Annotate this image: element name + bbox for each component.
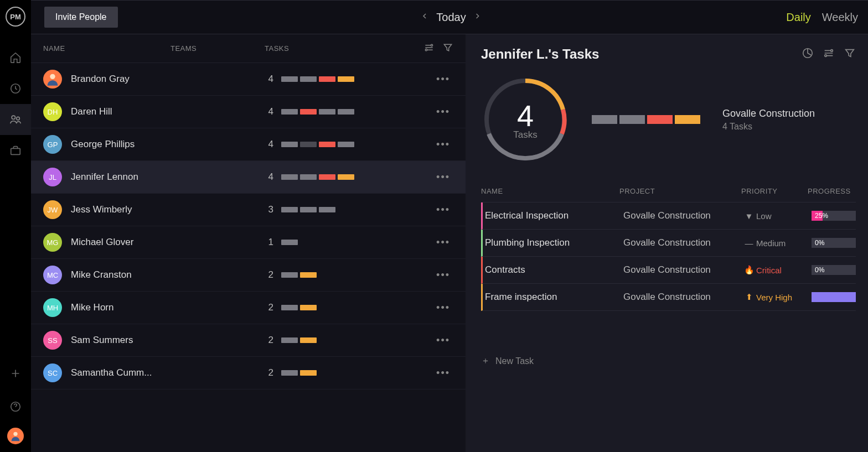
svg-point-7	[425, 49, 427, 51]
invite-people-button[interactable]: Invite People	[44, 7, 118, 28]
person-name: Sam Summers	[71, 335, 133, 346]
svg-rect-3	[11, 148, 20, 154]
task-row[interactable]: ContractsGovalle Construction🔥Critical0%	[481, 257, 856, 284]
task-count: 1	[265, 237, 273, 248]
task-project: Govalle Construction	[623, 237, 745, 248]
progress-bar: 0%	[812, 265, 856, 275]
summary-project-name: Govalle Construction	[722, 108, 815, 120]
progress-value: 0%	[815, 239, 824, 247]
avatar: JW	[43, 200, 62, 219]
person-name: Jess Wimberly	[71, 204, 132, 215]
date-next-chevron[interactable]	[474, 11, 482, 24]
task-count: 2	[265, 269, 273, 280]
task-project: Govalle Construction	[623, 264, 745, 276]
new-task-button[interactable]: ＋ New Task	[481, 355, 856, 367]
person-name: George Phillips	[71, 139, 135, 150]
settings-icon[interactable]	[423, 42, 435, 55]
nav-briefcase[interactable]	[0, 135, 31, 166]
task-project: Govalle Construction	[623, 210, 745, 221]
priority-icon: 🔥	[745, 265, 753, 275]
svg-point-11	[825, 55, 827, 57]
tcol-priority: PRIORITY	[741, 187, 808, 195]
person-row[interactable]: MCMike Cranston2•••	[31, 259, 466, 292]
task-priority: ▼Low	[745, 211, 812, 221]
task-bars	[281, 240, 298, 245]
current-user-avatar[interactable]	[7, 428, 24, 444]
avatar: JL	[43, 168, 62, 186]
task-row[interactable]: Plumbing InspectionGovalle Construction—…	[481, 230, 856, 257]
view-daily-tab[interactable]: Daily	[786, 11, 810, 24]
view-weekly-tab[interactable]: Weekly	[822, 11, 858, 24]
gauge-count: 4	[517, 98, 534, 133]
progress-bar: 0%	[812, 238, 856, 248]
settings-icon[interactable]	[823, 47, 835, 61]
col-header-name: NAME	[43, 44, 170, 53]
nav-add[interactable]	[0, 358, 31, 389]
task-bars	[281, 207, 335, 212]
row-menu-icon[interactable]: •••	[433, 302, 453, 314]
task-count: 2	[265, 302, 273, 313]
person-name: Brandon Gray	[71, 74, 130, 85]
col-header-teams: TEAMS	[170, 44, 265, 53]
avatar	[43, 70, 62, 89]
row-menu-icon[interactable]: •••	[433, 237, 453, 248]
avatar: SS	[43, 331, 62, 350]
tcol-progress: PROGRESS	[808, 187, 856, 195]
person-name: Mike Horn	[71, 302, 113, 313]
row-menu-icon[interactable]: •••	[433, 335, 453, 346]
task-project: Govalle Construction	[623, 292, 745, 303]
person-row[interactable]: Brandon Gray4•••	[31, 63, 466, 96]
svg-point-5	[13, 432, 17, 436]
row-menu-icon[interactable]: •••	[433, 172, 453, 183]
task-priority: ⬆Very High	[745, 292, 812, 302]
app-logo: PM	[6, 7, 25, 27]
filter-icon[interactable]	[844, 47, 856, 61]
filter-icon[interactable]	[442, 42, 453, 55]
date-navigator: Today	[421, 11, 481, 24]
row-menu-icon[interactable]: •••	[433, 367, 453, 379]
svg-point-1	[12, 116, 15, 119]
task-count: 4	[265, 74, 273, 85]
row-menu-icon[interactable]: •••	[433, 139, 453, 150]
task-bars	[281, 272, 317, 278]
tcol-project: PROJECT	[619, 187, 741, 195]
row-menu-icon[interactable]: •••	[433, 74, 453, 85]
people-panel: NAME TEAMS TASKS Brandon Gray4•••DHDaren…	[31, 34, 466, 452]
row-menu-icon[interactable]: •••	[433, 106, 453, 118]
person-row[interactable]: MHMike Horn2•••	[31, 292, 466, 324]
date-prev-chevron[interactable]	[421, 11, 428, 24]
person-row[interactable]: GPGeorge Phillips4•••	[31, 128, 466, 161]
row-menu-icon[interactable]: •••	[433, 269, 453, 281]
priority-icon: ▼	[745, 211, 753, 221]
person-name: Samantha Cumm...	[71, 367, 152, 378]
app-sidebar: PM	[0, 0, 31, 452]
person-row[interactable]: SSSam Summers2•••	[31, 324, 466, 357]
person-name: Daren Hill	[71, 106, 112, 117]
chart-icon[interactable]	[802, 47, 814, 61]
priority-icon: ⬆	[745, 292, 753, 302]
task-count: 4	[265, 172, 273, 183]
detail-title: Jennifer L.'s Tasks	[481, 46, 599, 62]
task-bars	[281, 337, 317, 343]
person-row[interactable]: SCSamantha Cumm...2•••	[31, 357, 466, 389]
task-bars	[281, 370, 317, 376]
row-menu-icon[interactable]: •••	[433, 204, 453, 216]
svg-point-8	[50, 74, 55, 79]
nav-home[interactable]	[0, 42, 31, 73]
person-row[interactable]: DHDaren Hill4•••	[31, 96, 466, 128]
nav-people[interactable]	[0, 104, 31, 135]
svg-point-10	[831, 50, 833, 52]
task-bars	[281, 142, 354, 147]
progress-bar	[812, 292, 856, 302]
task-count: 2	[265, 367, 273, 378]
person-row[interactable]: JWJess Wimberly3•••	[31, 194, 466, 226]
avatar: MH	[43, 298, 62, 317]
task-row[interactable]: Frame inspectionGovalle Construction⬆Ver…	[481, 284, 856, 311]
task-row[interactable]: Electrical InspectionGovalle Constructio…	[481, 202, 856, 230]
avatar: MC	[43, 266, 62, 284]
person-row[interactable]: MGMichael Glover1•••	[31, 226, 466, 259]
person-row[interactable]: JLJennifer Lennon4•••	[31, 161, 466, 194]
nav-help[interactable]	[0, 391, 31, 422]
nav-clock[interactable]	[0, 73, 31, 104]
summary-bars	[592, 115, 700, 124]
